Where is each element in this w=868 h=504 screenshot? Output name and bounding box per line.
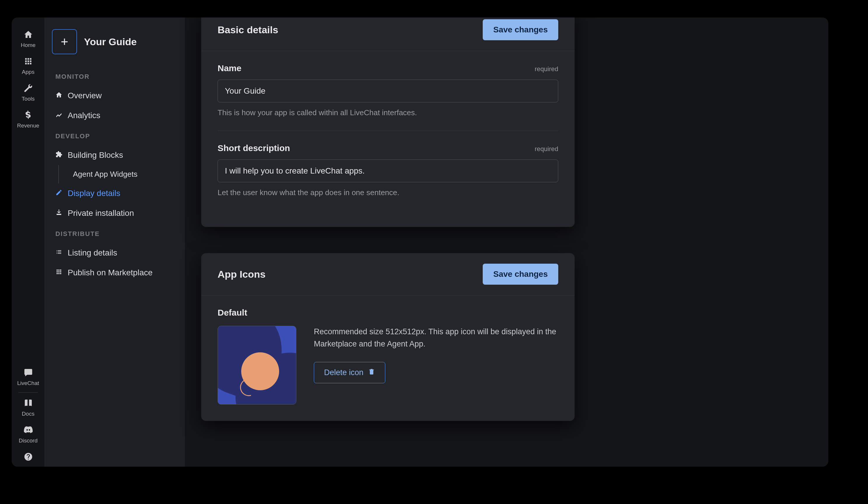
name-label: Name <box>218 63 241 73</box>
book-icon <box>24 399 33 409</box>
wrench-icon <box>24 83 33 94</box>
main-content: Basic details Save changes Name required… <box>201 18 575 421</box>
nav-label: Private installation <box>68 208 134 218</box>
save-button[interactable]: Save changes <box>483 264 558 285</box>
icon-preview[interactable] <box>218 326 296 404</box>
nav-label: Analytics <box>68 111 100 120</box>
nav-label: Display details <box>68 189 121 198</box>
nav-building-blocks[interactable]: Building Blocks <box>52 145 178 165</box>
apps-icon <box>24 56 33 67</box>
rail-label: Apps <box>22 69 34 75</box>
rail-label: Discord <box>19 438 37 444</box>
rail-label: Revenue <box>17 123 39 129</box>
card-title: App Icons <box>218 269 266 280</box>
name-helper: This is how your app is called within al… <box>218 108 558 117</box>
short-desc-label: Short description <box>218 143 290 153</box>
rail-docs[interactable]: Docs <box>12 394 45 421</box>
nav-listing-details[interactable]: Listing details <box>52 243 178 263</box>
rail-tools[interactable]: Tools <box>12 79 45 106</box>
rail-label: Tools <box>22 96 34 102</box>
short-desc-field-block: Short description required Let the user … <box>218 143 558 210</box>
app-icon-placeholder[interactable]: + <box>52 29 77 54</box>
app-header: + Your Guide <box>52 29 178 66</box>
card-body: Name required This is how your app is ca… <box>201 51 575 227</box>
trash-icon <box>368 368 375 377</box>
name-input[interactable] <box>218 80 558 102</box>
plus-icon: + <box>61 34 68 49</box>
download-icon <box>55 208 62 218</box>
list-icon <box>55 248 62 258</box>
nav-private-installation[interactable]: Private installation <box>52 203 178 223</box>
nav-display-details[interactable]: Display details <box>52 184 178 203</box>
nav-publish-marketplace[interactable]: Publish on Marketplace <box>52 263 178 282</box>
app-name: Your Guide <box>84 36 137 48</box>
dollar-icon <box>24 110 33 121</box>
button-label: Delete icon <box>324 368 363 377</box>
help-icon <box>24 452 33 463</box>
delete-icon-button[interactable]: Delete icon <box>314 362 385 383</box>
name-field-block: Name required This is how your app is ca… <box>218 63 558 131</box>
card-header: App Icons Save changes <box>201 253 575 296</box>
nav-sub-list: Agent App Widgets <box>58 165 178 184</box>
divider <box>18 392 38 393</box>
discord-icon <box>24 425 33 436</box>
chart-icon <box>55 111 62 120</box>
rail-label: Home <box>21 42 35 49</box>
sidebar: + Your Guide Monitor Overview Analytics … <box>45 18 185 467</box>
section-distribute: Distribute <box>52 223 178 243</box>
icon-row: Recommended size 512x512px. This app ico… <box>218 326 558 404</box>
rail-label: LiveChat <box>17 380 39 387</box>
icon-meta: Recommended size 512x512px. This app ico… <box>314 326 558 383</box>
nav-analytics[interactable]: Analytics <box>52 105 178 125</box>
nav-label: Building Blocks <box>68 151 123 160</box>
nav-overview[interactable]: Overview <box>52 86 178 105</box>
nav-label: Overview <box>68 91 102 100</box>
nav-label: Publish on Marketplace <box>68 268 153 277</box>
home-icon <box>24 30 33 40</box>
rail-revenue[interactable]: Revenue <box>12 106 45 133</box>
puzzle-icon <box>55 151 62 160</box>
icon-description: Recommended size 512x512px. This app ico… <box>314 326 558 350</box>
basic-details-card: Basic details Save changes Name required… <box>201 18 575 227</box>
rail-home[interactable]: Home <box>12 26 45 52</box>
rail-apps[interactable]: Apps <box>12 52 45 79</box>
icon-rail: Home Apps Tools Revenue LiveChat Docs Di… <box>12 18 45 467</box>
short-desc-helper: Let the user know what the app does in o… <box>218 188 558 197</box>
default-icon-label: Default <box>218 308 558 318</box>
card-body: Default Recommended size 512x512px. This… <box>201 296 575 421</box>
short-desc-input[interactable] <box>218 160 558 182</box>
section-monitor: Monitor <box>52 66 178 86</box>
rail-label: Docs <box>22 411 34 417</box>
home-icon <box>55 91 62 100</box>
required-tag: required <box>535 65 558 73</box>
card-header: Basic details Save changes <box>201 18 575 51</box>
card-title: Basic details <box>218 24 278 35</box>
chat-icon <box>24 368 33 378</box>
pencil-icon <box>55 189 62 198</box>
save-button[interactable]: Save changes <box>483 19 558 40</box>
nav-label: Listing details <box>68 248 117 258</box>
nav-agent-app-widgets[interactable]: Agent App Widgets <box>70 165 178 184</box>
app-icons-card: App Icons Save changes Default Recommend… <box>201 253 575 421</box>
rail-livechat[interactable]: LiveChat <box>12 364 45 391</box>
nav-label: Agent App Widgets <box>73 170 137 179</box>
required-tag: required <box>535 145 558 153</box>
app-window: Home Apps Tools Revenue LiveChat Docs Di… <box>12 18 828 467</box>
grid-icon <box>55 268 62 277</box>
rail-discord[interactable]: Discord <box>12 421 45 448</box>
section-develop: Develop <box>52 125 178 145</box>
rail-help[interactable] <box>12 448 45 467</box>
